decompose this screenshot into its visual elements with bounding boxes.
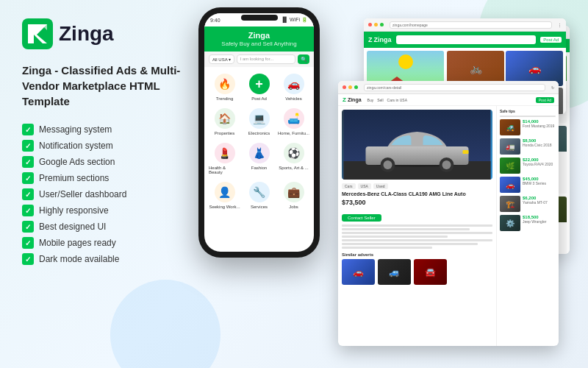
feature-label: Messaging system [39, 124, 112, 135]
category-properties[interactable]: 🏠 Properties [207, 105, 242, 139]
phone-location-btn[interactable]: All USA ▾ [209, 54, 234, 64]
top-logo-icon: Z [368, 36, 373, 43]
desc-line [342, 247, 432, 249]
top-post-btn[interactable]: Post Ad [540, 37, 562, 43]
top-logo: Z Zinga [368, 36, 392, 43]
phone-section: 9:40 ▐▌ WiFi 🔋 Zinga Safely Buy and Sell… [191, 7, 327, 258]
category-badge: Cars [342, 183, 356, 189]
phone-search-input[interactable]: I am looking for... [237, 54, 295, 64]
category-sports[interactable]: ⚽ Sports, Art & ... [276, 139, 311, 178]
category-seeking[interactable]: 👤 Seeking Work... [207, 178, 242, 213]
svg-rect-11 [463, 150, 469, 154]
sidebar-title: Safe tips [500, 109, 556, 113]
nav-cars[interactable]: Cars in USA [387, 98, 408, 102]
electronics-icon: 💻 [249, 108, 270, 129]
category-trending[interactable]: 🔥 Trending [207, 70, 242, 105]
svg-point-8 [384, 160, 392, 169]
category-label: Sports, Art & ... [279, 166, 308, 170]
seeking-icon: 👤 [215, 182, 235, 202]
sidebar-name: Jeep Wrangler [523, 219, 556, 224]
sidebar-name: Yamaha MT-07 [523, 200, 556, 205]
sports-icon: ⚽ [284, 143, 304, 163]
sidebar-listing-3[interactable]: 🌿 $22,000 Toyota RAV4 2020 [500, 158, 556, 174]
sidebar-listing-1[interactable]: 🚜 $14,000 Ford Mustang 2019 [500, 119, 556, 135]
bg-decoration-2 [110, 280, 220, 368]
trending-icon: 🔥 [215, 74, 235, 94]
condition-badge: Used [373, 183, 388, 189]
phone-mockup: 9:40 ▐▌ WiFi 🔋 Zinga Safely Buy and Sell… [198, 7, 320, 258]
contact-seller-btn[interactable]: Contact Seller [342, 214, 381, 222]
feature-item: Mobile pages ready [22, 237, 184, 249]
services-icon: 🔧 [249, 182, 270, 202]
sidebar-listing-info: $45,000 BMW 3 Series [523, 177, 556, 193]
category-post-ad[interactable]: + Post Ad [242, 70, 276, 105]
main-content-area: Cars USA Used Mercedes-Benz CLA-Class CL… [338, 106, 496, 346]
sidebar-listing-6[interactable]: ⚙️ $18,500 Jeep Wrangler [500, 215, 556, 231]
category-label: Seeking Work... [209, 205, 240, 209]
phone-header-subtitle: Safely Buy and Sell Anything [210, 40, 308, 47]
category-vehicles[interactable]: 🚗 Vehicles [276, 70, 311, 105]
left-section: Zinga Zinga - Classified Ads & Multi-Ven… [22, 15, 184, 265]
main-mockup-nav: Z Zinga Buy Sell Cars in USA Post Ad [338, 94, 559, 106]
category-jobs[interactable]: 💼 Jobs [276, 178, 311, 213]
properties-icon: 🏠 [215, 108, 235, 129]
feature-item: Messaging system [22, 124, 184, 135]
search-icon: 🔍 [301, 57, 307, 63]
sidebar-thumb-2: 🚛 [500, 138, 520, 155]
furniture-icon: 🛋️ [284, 108, 304, 129]
desc-line [342, 228, 470, 230]
feature-label: Highly responsive [39, 205, 109, 216]
similar-car-1[interactable]: 🚗 [342, 259, 375, 285]
category-fashion[interactable]: 👗 Fashion [242, 139, 276, 178]
feature-item: Best designed UI [22, 221, 184, 233]
sidebar-listing-5[interactable]: 🏗️ $6,200 Yamaha MT-07 [500, 196, 556, 212]
feature-item: Google Ads section [22, 156, 184, 168]
phone-screen: 9:40 ▐▌ WiFi 🔋 Zinga Safely Buy and Sell… [204, 13, 314, 252]
similar-ads-label: Similar adverts [342, 252, 492, 257]
category-electronics[interactable]: 💻 Electronics [242, 105, 276, 139]
desc-line [342, 232, 492, 234]
nav-buy[interactable]: Buy [368, 98, 374, 102]
minimize-dot [374, 23, 378, 26]
fashion-icon: 👗 [249, 143, 270, 163]
category-label: Vehicles [285, 96, 301, 101]
main-post-btn[interactable]: Post Ad [536, 97, 554, 103]
url-bar-top[interactable]: zinga.com/homepage [390, 21, 552, 29]
top-search-bar[interactable] [396, 35, 537, 44]
category-label: Services [251, 205, 268, 209]
logo-area: Zinga [22, 18, 184, 49]
category-furniture[interactable]: 🛋️ Home, Furnitu... [276, 105, 311, 139]
sidebar-thumb-5: 🏗️ [500, 196, 520, 212]
check-icon [22, 205, 34, 216]
similar-car-3[interactable]: 🚘 [414, 259, 447, 285]
health-icon: 💄 [215, 143, 235, 163]
sidebar-listing-2[interactable]: 🚛 $8,500 Honda Civic 2018 [500, 138, 556, 155]
feature-item: Notification system [22, 140, 184, 152]
location-badge: USA [358, 183, 371, 189]
check-icon [22, 172, 34, 184]
desc-line [342, 236, 448, 238]
sidebar-thumb-3: 🌿 [500, 158, 520, 174]
sidebar-listing-info: $8,500 Honda Civic 2018 [523, 138, 556, 155]
check-icon [22, 221, 34, 233]
category-label: Trending [216, 96, 233, 101]
nav-sell[interactable]: Sell [377, 98, 383, 102]
desktop-main-mockup: zinga.com/cars-detail ↻ Z Zinga Buy Sell… [338, 81, 559, 346]
search-placeholder: I am looking for... [240, 57, 274, 61]
top-mockup-header: Z Zinga Post Ad [364, 32, 566, 48]
check-icon [22, 188, 34, 200]
listing-title: Mercedes-Benz CLA-Class CLA190 AMG Line … [342, 191, 492, 197]
category-services[interactable]: 🔧 Services [242, 178, 276, 213]
sidebar-name: Ford Mustang 2019 [523, 124, 556, 129]
main-logo-icon: Z [343, 96, 346, 103]
svg-point-10 [442, 160, 451, 169]
phone-search-button[interactable]: 🔍 [298, 54, 309, 64]
sidebar-listing-4[interactable]: 🚗 $45,000 BMW 3 Series [500, 177, 556, 193]
url-bar-main[interactable]: zinga.com/cars-detail [364, 84, 545, 91]
main-nav-links: Buy Sell Cars in USA [368, 98, 407, 102]
category-health[interactable]: 💄 Health & Beauty [207, 139, 242, 178]
tagline: Zinga - Classified Ads & Multi-Vendor Ma… [22, 63, 184, 109]
similar-ads-row: 🚗 🚙 🚘 [342, 259, 492, 285]
similar-car-2[interactable]: 🚙 [378, 259, 411, 285]
check-icon [22, 156, 34, 168]
